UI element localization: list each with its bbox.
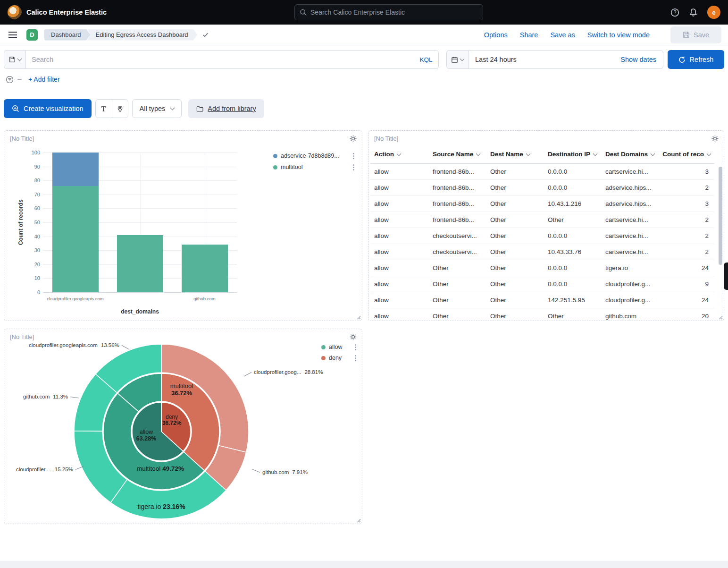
bar-segment[interactable] bbox=[52, 186, 99, 292]
table-row[interactable]: allowcheckoutservi...Other0.0.0.0cartser… bbox=[370, 228, 714, 244]
main-menu-button[interactable] bbox=[7, 29, 19, 41]
column-header[interactable]: Destination IP bbox=[544, 151, 602, 158]
legend-options-icon[interactable] bbox=[353, 167, 354, 168]
table-row[interactable]: allowfrontend-86b...OtherOthercartservic… bbox=[370, 212, 714, 228]
resize-handle-icon[interactable] bbox=[717, 314, 723, 320]
date-picker-button[interactable] bbox=[446, 50, 469, 69]
panel-settings-icon[interactable] bbox=[349, 135, 357, 143]
table-row[interactable]: allowOtherOther0.0.0.0cloudprofiler.g...… bbox=[370, 276, 714, 292]
y-tick-label: 30 bbox=[34, 247, 40, 253]
all-types-dropdown[interactable]: All types bbox=[132, 99, 182, 118]
sort-chevron-icon[interactable] bbox=[526, 152, 530, 156]
breadcrumb-dashboard[interactable]: Dashboard bbox=[44, 29, 91, 41]
add-from-library-button[interactable]: Add from library bbox=[188, 99, 264, 118]
time-range-group: Last 24 hours Show dates bbox=[446, 50, 663, 69]
panel-settings-icon[interactable] bbox=[711, 135, 719, 143]
dashboard-actions: Options Share Save as Switch to view mod… bbox=[484, 26, 721, 43]
refresh-button[interactable]: Refresh bbox=[668, 50, 724, 69]
callout-line bbox=[70, 397, 79, 398]
table-cell: 20 bbox=[659, 313, 714, 320]
scrollbar-thumb[interactable] bbox=[719, 167, 722, 265]
switch-to-view-mode-link[interactable]: Switch to view mode bbox=[587, 31, 650, 39]
global-search[interactable] bbox=[294, 4, 483, 20]
save-as-link[interactable]: Save as bbox=[550, 31, 575, 39]
create-visualization-button[interactable]: Create visualization bbox=[4, 99, 92, 118]
add-text-button[interactable] bbox=[96, 100, 112, 118]
y-tick-label: 0 bbox=[37, 289, 40, 295]
legend-item[interactable]: adservice-7d8b8d89... bbox=[273, 153, 354, 159]
legend-item[interactable]: multitool bbox=[273, 164, 354, 170]
time-range-field[interactable]: Last 24 hours Show dates bbox=[469, 50, 663, 69]
table-row[interactable]: allowOtherOther142.251.5.95cloudprofiler… bbox=[370, 292, 714, 308]
table-cell: adservice.hips... bbox=[602, 200, 659, 207]
saved-query-menu-button[interactable] bbox=[4, 50, 26, 69]
table-cell: 2 bbox=[659, 248, 714, 255]
share-link[interactable]: Share bbox=[520, 31, 538, 39]
legend-options-icon[interactable] bbox=[355, 347, 356, 348]
table-cell: Other bbox=[486, 168, 544, 175]
table-row[interactable]: allowfrontend-86b...Other10.43.1.216adse… bbox=[370, 196, 714, 212]
table-row[interactable]: allowOtherOtherOthergithub.com20 bbox=[370, 308, 714, 320]
time-range-value[interactable]: Last 24 hours bbox=[475, 56, 517, 63]
sunburst-label: deny36.72% bbox=[155, 414, 188, 427]
notifications-icon[interactable] bbox=[689, 8, 698, 17]
panel-settings-icon[interactable] bbox=[349, 333, 357, 341]
global-search-input[interactable] bbox=[310, 8, 478, 16]
table-cell: allow bbox=[370, 184, 429, 191]
bar-segment[interactable] bbox=[117, 235, 163, 292]
table-cell: allow bbox=[370, 248, 429, 255]
chart-legend: adservice-7d8b8d89...multitool bbox=[273, 153, 354, 170]
column-header[interactable]: Source Name bbox=[429, 151, 486, 158]
save-button[interactable]: Save bbox=[670, 26, 721, 43]
quick-add-group bbox=[95, 99, 128, 118]
column-header-label: Source Name bbox=[433, 151, 473, 158]
sort-chevron-icon[interactable] bbox=[651, 152, 655, 156]
table-cell: allow bbox=[370, 232, 429, 239]
sort-chevron-icon[interactable] bbox=[593, 152, 598, 156]
sunburst-label: allow63.28% bbox=[127, 429, 165, 442]
y-tick-label: 90 bbox=[34, 164, 40, 170]
collapsed-flyout-tab[interactable] bbox=[724, 263, 728, 290]
add-map-button[interactable] bbox=[112, 100, 128, 118]
sort-chevron-icon[interactable] bbox=[707, 152, 711, 156]
column-header[interactable]: Dest Name bbox=[486, 151, 544, 158]
legend-item[interactable]: deny bbox=[321, 355, 356, 361]
legend-options-icon[interactable] bbox=[355, 357, 356, 359]
show-dates-link[interactable]: Show dates bbox=[620, 56, 656, 63]
column-header[interactable]: Count of reco bbox=[659, 151, 714, 158]
vertical-scrollbar[interactable] bbox=[719, 164, 722, 313]
table-cell: 0.0.0.0 bbox=[544, 168, 602, 175]
filters-icon[interactable] bbox=[6, 76, 14, 84]
bar-segment[interactable] bbox=[52, 153, 99, 186]
table-row[interactable]: allowfrontend-86b...Other0.0.0.0adservic… bbox=[370, 180, 714, 196]
resize-handle-icon[interactable] bbox=[355, 314, 361, 320]
filter-dash bbox=[17, 79, 22, 80]
bar-segment[interactable] bbox=[182, 245, 228, 292]
legend-item[interactable]: allow bbox=[321, 344, 356, 350]
table-row[interactable]: allowcheckoutservi...Other10.43.33.76car… bbox=[370, 244, 714, 260]
check-icon[interactable] bbox=[202, 31, 209, 38]
sort-chevron-icon[interactable] bbox=[397, 152, 402, 156]
column-header-label: Action bbox=[374, 151, 394, 158]
legend-options-icon[interactable] bbox=[353, 155, 354, 157]
resize-handle-icon[interactable] bbox=[355, 517, 361, 523]
add-filter-link[interactable]: + Add filter bbox=[28, 76, 60, 83]
query-input[interactable] bbox=[26, 56, 414, 63]
kql-label[interactable]: KQL bbox=[414, 56, 438, 63]
user-avatar[interactable]: e bbox=[707, 6, 720, 19]
egress-table-panel: [No Title] ActionSource NameDest NameDes… bbox=[368, 130, 724, 321]
y-tick-label: 80 bbox=[34, 178, 40, 183]
svg-text:?: ? bbox=[674, 9, 677, 15]
kql-search-field[interactable]: KQL bbox=[26, 50, 439, 69]
table-cell: allow bbox=[370, 280, 429, 288]
help-icon[interactable]: ? bbox=[670, 8, 679, 17]
sort-chevron-icon[interactable] bbox=[476, 152, 481, 156]
options-link[interactable]: Options bbox=[484, 31, 508, 39]
dashboard-nav-bar: D Dashboard Editing Egress Access Dashbo… bbox=[0, 25, 728, 45]
column-header[interactable]: Dest Domains bbox=[602, 151, 659, 158]
table-row[interactable]: allowfrontend-86b...Other0.0.0.0cartserv… bbox=[370, 164, 714, 180]
table-cell: frontend-86b... bbox=[429, 200, 486, 207]
table-cell: cartservice.hi... bbox=[602, 216, 659, 223]
column-header[interactable]: Action bbox=[370, 151, 429, 158]
table-row[interactable]: allowOtherOther0.0.0.0tigera.io24 bbox=[370, 260, 714, 276]
